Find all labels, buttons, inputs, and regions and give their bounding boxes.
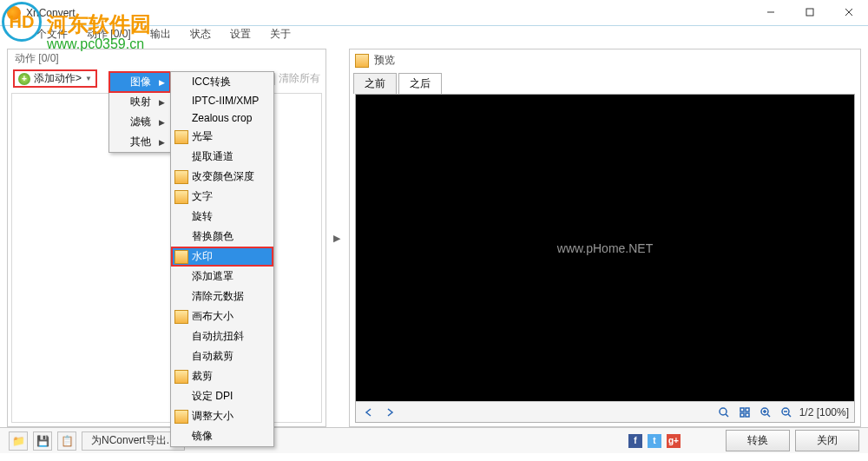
- expand-arrow-icon[interactable]: ▶: [333, 233, 342, 244]
- save-preset-button[interactable]: 💾: [33, 431, 52, 451]
- preview-image: www.pHome.NET: [356, 95, 854, 401]
- svg-line-5: [726, 414, 728, 417]
- convert-button[interactable]: 转换: [726, 430, 790, 451]
- menu-map[interactable]: 映射▶: [109, 92, 170, 112]
- tab-settings[interactable]: 设置: [228, 26, 253, 43]
- menu-item-mask[interactable]: 添加遮罩: [171, 267, 273, 286]
- menu-bar: 个文件 动作 [0/0] 输出 状态 设置 关于: [0, 26, 868, 42]
- preview-icon: [355, 54, 369, 68]
- folder-icon: 📁: [12, 435, 25, 447]
- close-app-button[interactable]: 关闭: [795, 430, 859, 451]
- tab-before[interactable]: 之前: [353, 73, 397, 94]
- tab-after[interactable]: 之后: [398, 73, 442, 94]
- add-action-menu: 图像▶ 映射▶ 滤镜▶ 其他▶: [108, 71, 171, 153]
- export-nconvert-button[interactable]: 为NConvert导出...: [82, 431, 185, 451]
- zoom-out-button[interactable]: [779, 405, 794, 420]
- menu-item-mirror[interactable]: 镜像: [171, 426, 273, 446]
- plus-icon: +: [18, 73, 30, 85]
- svg-line-15: [788, 414, 791, 417]
- actions-count-label: 动作 [0/0]: [8, 49, 326, 68]
- preview-title: 预览: [374, 53, 395, 68]
- window-title: XnConvert: [26, 7, 76, 19]
- svg-point-4: [720, 408, 727, 415]
- menu-item-iptc[interactable]: IPTC-IIM/XMP: [171, 92, 273, 109]
- menu-item-deskew[interactable]: 自动抗扭斜: [171, 326, 273, 346]
- window-controls: [751, 0, 868, 24]
- maximize-button[interactable]: [790, 0, 829, 24]
- facebook-icon[interactable]: f: [628, 434, 642, 448]
- clear-all-label: 清除所有: [279, 71, 320, 86]
- menu-item-watermark[interactable]: 水印: [171, 247, 273, 267]
- menu-item-autocrop[interactable]: 自动裁剪: [171, 346, 273, 366]
- menu-item-depth[interactable]: 改变颜色深度: [171, 167, 273, 187]
- menu-filter[interactable]: 滤镜▶: [109, 112, 170, 132]
- menu-other[interactable]: 其他▶: [109, 132, 170, 152]
- svg-line-11: [767, 414, 770, 417]
- menu-item-resize[interactable]: 调整大小: [171, 406, 273, 426]
- svg-rect-9: [746, 413, 749, 417]
- zoom-actual-button[interactable]: [737, 405, 753, 420]
- menu-item-canvas[interactable]: 画布大小: [171, 306, 273, 326]
- chevron-down-icon: ▼: [85, 75, 92, 82]
- minimize-button[interactable]: [751, 0, 790, 24]
- tab-output[interactable]: 输出: [148, 26, 173, 43]
- menu-item-clearmeta[interactable]: 清除元数据: [171, 286, 273, 306]
- menu-item-icc[interactable]: ICC转换: [171, 72, 273, 92]
- twitter-icon[interactable]: t: [648, 434, 661, 448]
- tab-about[interactable]: 关于: [268, 26, 293, 43]
- svg-rect-7: [746, 408, 749, 412]
- tab-actions[interactable]: 动作 [0/0]: [85, 26, 133, 43]
- tab-status[interactable]: 状态: [188, 26, 213, 43]
- preview-toolbar: 1/2 [100%]: [356, 401, 854, 422]
- zoom-in-button[interactable]: [758, 405, 773, 420]
- menu-item-text[interactable]: 文字: [171, 187, 273, 207]
- menu-item-rotate[interactable]: 旋转: [171, 207, 273, 227]
- app-icon: [7, 6, 21, 20]
- svg-rect-1: [806, 9, 813, 16]
- zoom-fit-button[interactable]: [716, 405, 732, 420]
- menu-item-zealous[interactable]: Zealous crop: [171, 109, 273, 127]
- open-preset-button[interactable]: 📁: [9, 431, 28, 451]
- googleplus-icon[interactable]: g+: [667, 434, 681, 448]
- title-bar: XnConvert: [0, 0, 868, 26]
- svg-rect-6: [740, 408, 744, 412]
- menu-image[interactable]: 图像▶: [109, 72, 170, 92]
- menu-item-vignette[interactable]: 光晕: [171, 127, 273, 147]
- menu-item-replace[interactable]: 替换颜色: [171, 227, 273, 247]
- copy-preset-button[interactable]: 📋: [57, 431, 76, 451]
- next-image-button[interactable]: [382, 405, 398, 420]
- preview-watermark-text: www.pHome.NET: [557, 241, 653, 255]
- image-submenu: ICC转换IPTC-IIM/XMPZealous crop光晕提取通道改变颜色深…: [170, 71, 274, 447]
- zoom-status: 1/2 [100%]: [799, 406, 849, 418]
- copy-icon: 📋: [61, 435, 74, 447]
- close-button[interactable]: [829, 0, 868, 24]
- svg-rect-8: [740, 413, 744, 417]
- preview-panel: 预览 之前 之后 www.pHome.NET 1/2 [100%]: [349, 49, 861, 427]
- menu-item-dpi[interactable]: 设定 DPI: [171, 386, 273, 406]
- save-icon: 💾: [36, 435, 49, 447]
- menu-item-crop[interactable]: 裁剪: [171, 366, 273, 386]
- menu-item-extract[interactable]: 提取通道: [171, 147, 273, 167]
- tab-files[interactable]: 个文件: [35, 26, 69, 43]
- prev-image-button[interactable]: [361, 405, 377, 420]
- footer-bar: 📁 💾 📋 为NConvert导出... f t g+ 转换 关闭: [0, 427, 868, 453]
- add-action-button[interactable]: + 添加动作> ▼: [13, 69, 97, 88]
- add-action-label: 添加动作>: [34, 71, 82, 86]
